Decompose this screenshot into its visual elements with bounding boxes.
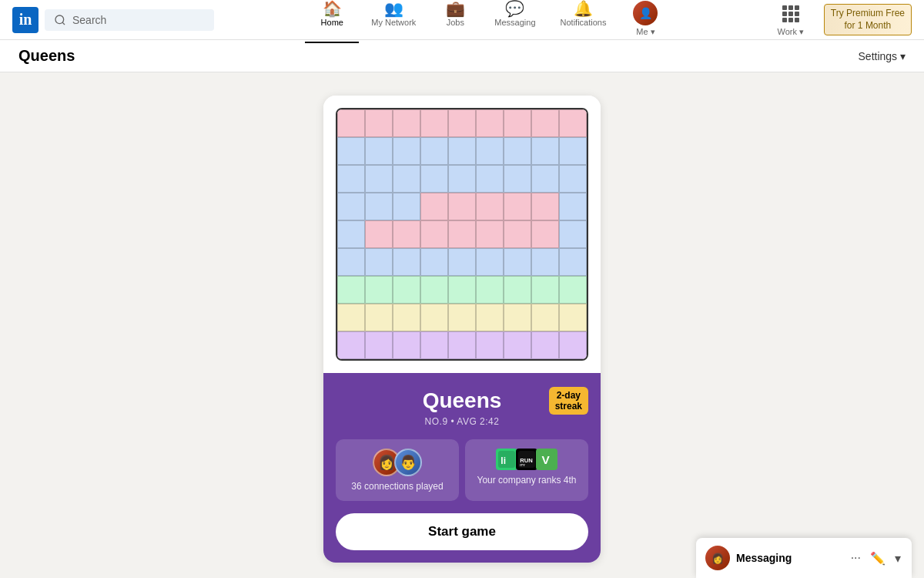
grid-cell[interactable] <box>476 109 504 137</box>
grid-cell[interactable] <box>420 137 448 165</box>
grid-cell[interactable] <box>448 137 476 165</box>
grid-cell[interactable] <box>337 331 365 359</box>
grid-cell[interactable] <box>559 109 587 137</box>
connection-avatars: 👩 👨 <box>373 449 422 476</box>
nav-item-messaging[interactable]: 💬 Messaging <box>482 0 547 43</box>
grid-cell[interactable] <box>448 220 476 248</box>
messaging-more-button[interactable]: ··· <box>849 549 862 566</box>
grid-cell[interactable] <box>365 193 393 220</box>
grid-cell[interactable] <box>393 276 420 304</box>
grid-cell[interactable] <box>365 165 393 193</box>
grid-cell[interactable] <box>448 248 476 276</box>
game-card: Queens 2-daystreak NO.9 • AVG 2:42 👩 👨 3… <box>323 96 601 563</box>
grid-cell[interactable] <box>476 165 504 193</box>
grid-cell[interactable] <box>531 137 559 165</box>
grid-cell[interactable] <box>337 109 365 137</box>
grid-cell[interactable] <box>420 331 448 359</box>
grid-cell[interactable] <box>531 220 559 248</box>
grid-cell[interactable] <box>448 109 476 137</box>
grid-cell[interactable] <box>476 137 504 165</box>
grid-cell[interactable] <box>504 331 531 359</box>
grid-cell[interactable] <box>531 276 559 304</box>
grid-cell[interactable] <box>337 276 365 304</box>
grid-cell[interactable] <box>365 137 393 165</box>
grid-cell[interactable] <box>504 165 531 193</box>
settings-button[interactable]: Settings ▾ <box>859 50 906 62</box>
grid-cell[interactable] <box>337 137 365 165</box>
grid-cell[interactable] <box>448 331 476 359</box>
grid-cell[interactable] <box>476 193 504 220</box>
nav-item-me[interactable]: 👤 Me ▾ <box>618 0 672 43</box>
grid-cell[interactable] <box>476 220 504 248</box>
grid-cell[interactable] <box>420 193 448 220</box>
premium-button[interactable]: Try Premium Free for 1 Month <box>824 4 912 35</box>
grid-cell[interactable] <box>531 165 559 193</box>
grid-cell[interactable] <box>393 193 420 220</box>
grid-cell[interactable] <box>420 220 448 248</box>
grid-cell[interactable] <box>504 248 531 276</box>
grid-cell[interactable] <box>337 248 365 276</box>
grid-cell[interactable] <box>420 276 448 304</box>
grid-cell[interactable] <box>393 109 420 137</box>
start-game-button[interactable]: Start game <box>336 513 588 550</box>
grid-cell[interactable] <box>559 304 587 331</box>
grid-cell[interactable] <box>393 220 420 248</box>
nav-item-notifications[interactable]: 🔔 Notifications <box>548 0 619 43</box>
jobs-icon: 💼 <box>446 1 465 16</box>
grid-cell[interactable] <box>448 276 476 304</box>
search-bar[interactable]: Search <box>45 9 214 31</box>
grid-cell[interactable] <box>531 248 559 276</box>
grid-cell[interactable] <box>337 304 365 331</box>
nav-item-network[interactable]: 👥 My Network <box>359 0 428 43</box>
grid-cell[interactable] <box>504 193 531 220</box>
grid-cell[interactable] <box>476 304 504 331</box>
grid-cell[interactable] <box>365 109 393 137</box>
grid-cell[interactable] <box>504 276 531 304</box>
grid-cell[interactable] <box>559 331 587 359</box>
grid-cell[interactable] <box>559 165 587 193</box>
grid-cell[interactable] <box>420 304 448 331</box>
grid-cell[interactable] <box>448 165 476 193</box>
grid-cell[interactable] <box>420 248 448 276</box>
grid-cell[interactable] <box>393 304 420 331</box>
grid-cell[interactable] <box>476 331 504 359</box>
grid-cell[interactable] <box>531 304 559 331</box>
grid-cell[interactable] <box>337 193 365 220</box>
grid-cell[interactable] <box>531 193 559 220</box>
linkedin-logo[interactable]: in <box>12 7 38 33</box>
grid-cell[interactable] <box>476 276 504 304</box>
messaging-compose-button[interactable]: ✏️ <box>869 549 887 567</box>
grid-cell[interactable] <box>504 220 531 248</box>
grid-cell[interactable] <box>393 137 420 165</box>
grid-cell[interactable] <box>337 165 365 193</box>
grid-cell[interactable] <box>365 304 393 331</box>
grid-cell[interactable] <box>448 193 476 220</box>
grid-cell[interactable] <box>531 109 559 137</box>
messaging-collapse-button[interactable]: ▾ <box>893 549 902 567</box>
grid-cell[interactable] <box>559 220 587 248</box>
grid-cell[interactable] <box>559 248 587 276</box>
grid-cell[interactable] <box>559 137 587 165</box>
grid-cell[interactable] <box>476 248 504 276</box>
nav-item-jobs[interactable]: 💼 Jobs <box>428 0 482 43</box>
grid-cell[interactable] <box>393 331 420 359</box>
grid-cell[interactable] <box>420 109 448 137</box>
nav-item-work[interactable]: Work ▾ <box>764 0 818 42</box>
grid-cell[interactable] <box>504 109 531 137</box>
grid-cell[interactable] <box>365 331 393 359</box>
grid-cell[interactable] <box>365 220 393 248</box>
grid-cell[interactable] <box>393 165 420 193</box>
grid-cell[interactable] <box>365 248 393 276</box>
grid-cell[interactable] <box>337 220 365 248</box>
grid-cell[interactable] <box>559 276 587 304</box>
grid-cell[interactable] <box>559 193 587 220</box>
messaging-label: Messaging <box>736 552 843 564</box>
grid-cell[interactable] <box>504 304 531 331</box>
grid-cell[interactable] <box>504 137 531 165</box>
grid-cell[interactable] <box>365 276 393 304</box>
nav-item-home[interactable]: 🏠 Home <box>305 0 359 43</box>
grid-cell[interactable] <box>448 304 476 331</box>
grid-cell[interactable] <box>531 331 559 359</box>
grid-cell[interactable] <box>420 165 448 193</box>
grid-cell[interactable] <box>393 248 420 276</box>
